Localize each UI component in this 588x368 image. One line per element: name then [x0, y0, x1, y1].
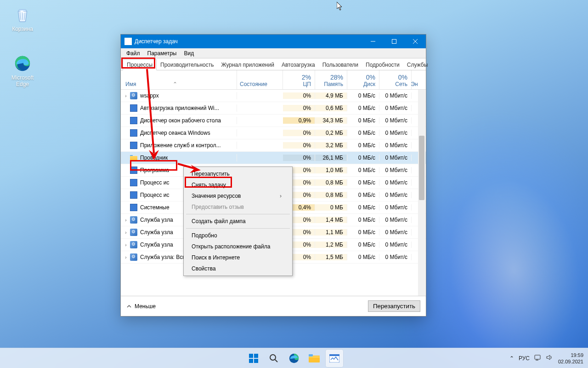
process-row[interactable]: Диспетчер окон рабочего стола0,9%34,3 МБ…: [121, 115, 426, 127]
svg-rect-6: [249, 354, 253, 358]
ctx-details[interactable]: Подробно: [185, 230, 291, 241]
tab-users[interactable]: Пользователи: [319, 60, 362, 70]
expand-icon[interactable]: ›: [123, 255, 129, 260]
tab-services[interactable]: Службы: [403, 60, 431, 70]
col-memory[interactable]: 28%Память: [315, 70, 347, 89]
net-value: 0 Мбит/с: [379, 155, 412, 161]
col-truncated[interactable]: Эн: [412, 70, 417, 89]
cursor-icon: [337, 2, 344, 11]
recycle-bin-label: Корзина: [6, 26, 39, 32]
process-row[interactable]: Диспетчер сеанса Windows0%0,2 МБ0 МБ/с0 …: [121, 127, 426, 139]
process-row[interactable]: Проводник0%26,1 МБ0 МБ/с0 Мбит/с: [121, 152, 426, 164]
scrollbar[interactable]: [418, 90, 425, 296]
disk-value: 0 МБ/с: [347, 167, 379, 173]
menu-options[interactable]: Параметры: [144, 49, 181, 58]
window-title: Диспетчер задач: [135, 38, 362, 45]
footer: Меньше Перезапустить: [121, 296, 426, 316]
svg-line-11: [275, 360, 277, 362]
process-name: Автозагрузка приложений Wi...: [140, 105, 219, 111]
tray-chevron-icon[interactable]: ⌃: [509, 355, 514, 362]
ctx-dump[interactable]: Создать файл дампа: [185, 216, 291, 227]
col-name[interactable]: Имя⌃: [121, 70, 237, 89]
tab-details[interactable]: Подробности: [362, 60, 403, 70]
col-cpu[interactable]: 2%ЦП: [283, 70, 315, 89]
ctx-restart[interactable]: Перезапустить: [185, 168, 291, 179]
expand-icon[interactable]: ›: [123, 218, 129, 223]
cpu-value: 0%: [283, 155, 315, 161]
fewer-details[interactable]: Меньше: [126, 303, 156, 310]
svg-point-10: [270, 355, 276, 360]
net-value: 0 Мбит/с: [379, 229, 412, 236]
process-icon: [130, 241, 137, 248]
cpu-value: 0%: [283, 130, 315, 136]
process-name: Служба узла: [140, 229, 173, 236]
col-network[interactable]: 0%Сеть: [379, 70, 412, 89]
scroll-thumb[interactable]: [419, 136, 424, 200]
ctx-properties[interactable]: Свойства: [185, 263, 291, 274]
net-value: 0 Мбит/с: [379, 217, 412, 223]
restart-button[interactable]: Перезапустить: [368, 300, 420, 312]
disk-value: 0 МБ/с: [347, 229, 379, 236]
expand-icon[interactable]: ›: [123, 230, 129, 235]
network-icon[interactable]: [534, 354, 542, 362]
tab-performance[interactable]: Производительность: [157, 60, 217, 70]
disk-value: 0 МБ/с: [347, 92, 379, 99]
mem-value: 0,6 МБ: [315, 105, 347, 111]
col-disk[interactable]: 0%Диск: [347, 70, 379, 89]
process-name: Процесс ис: [140, 179, 169, 186]
mem-value: 1,5 МБ: [315, 254, 347, 260]
taskbar-taskmanager[interactable]: [326, 350, 343, 367]
tab-processes[interactable]: Процессы: [123, 59, 157, 70]
process-row[interactable]: ›wsappx0%4,9 МБ0 МБ/с0 Мбит/с: [121, 90, 426, 102]
process-name: Системные: [140, 204, 170, 211]
edge-label: Microsoft Edge: [6, 75, 39, 87]
tabs: Процессы Производительность Журнал прило…: [121, 58, 426, 70]
search-button[interactable]: [265, 350, 283, 367]
process-icon: [130, 167, 137, 174]
mem-value: 0,8 МБ: [315, 192, 347, 198]
mem-value: 26,1 МБ: [315, 155, 347, 161]
mem-value: 0 МБ: [315, 204, 347, 211]
cpu-value: 0,9%: [283, 117, 315, 124]
net-value: 0 Мбит/с: [379, 254, 412, 260]
maximize-button[interactable]: [384, 34, 405, 48]
expand-icon[interactable]: ›: [123, 242, 129, 247]
ctx-open-location[interactable]: Открыть расположение файла: [185, 241, 291, 252]
sort-caret-icon: ⌃: [173, 81, 177, 87]
svg-rect-3: [392, 40, 396, 44]
process-name: Диспетчер сеанса Windows: [140, 130, 210, 136]
menu-file[interactable]: Файл: [123, 49, 144, 58]
taskbar-explorer[interactable]: [305, 350, 323, 367]
ctx-end-task[interactable]: Снять задачу: [185, 179, 291, 190]
edge-shortcut[interactable]: Microsoft Edge: [6, 54, 39, 87]
ctx-search[interactable]: Поиск в Интернете: [185, 252, 291, 263]
disk-value: 0 МБ/с: [347, 130, 379, 136]
net-value: 0 Мбит/с: [379, 179, 412, 186]
clock[interactable]: 19:59 02.09.2021: [558, 352, 583, 365]
close-button[interactable]: [405, 34, 426, 48]
process-name: Служба узла: [140, 217, 173, 223]
mem-value: 34,3 МБ: [315, 117, 347, 124]
menu-view[interactable]: Вид: [180, 49, 198, 58]
tab-apphistory[interactable]: Журнал приложений: [218, 60, 278, 70]
col-state[interactable]: Состояние: [237, 70, 283, 89]
net-value: 0 Мбит/с: [379, 204, 412, 211]
minimize-button[interactable]: [362, 34, 384, 48]
volume-icon[interactable]: [546, 354, 554, 362]
tab-startup[interactable]: Автозагрузка: [278, 60, 319, 70]
process-row[interactable]: Приложение служб и контрол...0%3,2 МБ0 М…: [121, 139, 426, 152]
process-name: Процесс ис: [140, 192, 169, 198]
process-row[interactable]: Автозагрузка приложений Wi...0%0,6 МБ0 М…: [121, 102, 426, 115]
start-button[interactable]: [245, 350, 262, 367]
mem-value: 1,4 МБ: [315, 217, 347, 223]
expand-icon[interactable]: ›: [123, 93, 129, 98]
recycle-bin[interactable]: Корзина: [6, 6, 39, 32]
titlebar[interactable]: Диспетчер задач: [121, 34, 426, 48]
cpu-value: 0%: [283, 105, 315, 111]
net-value: 0 Мбит/с: [379, 130, 412, 136]
taskbar-edge[interactable]: [285, 350, 303, 367]
language-indicator[interactable]: РУС: [519, 355, 530, 362]
ctx-feedback: Предоставить отзыв: [185, 201, 291, 213]
ctx-resources[interactable]: Значения ресурсов›: [185, 190, 291, 201]
svg-rect-17: [329, 354, 339, 356]
